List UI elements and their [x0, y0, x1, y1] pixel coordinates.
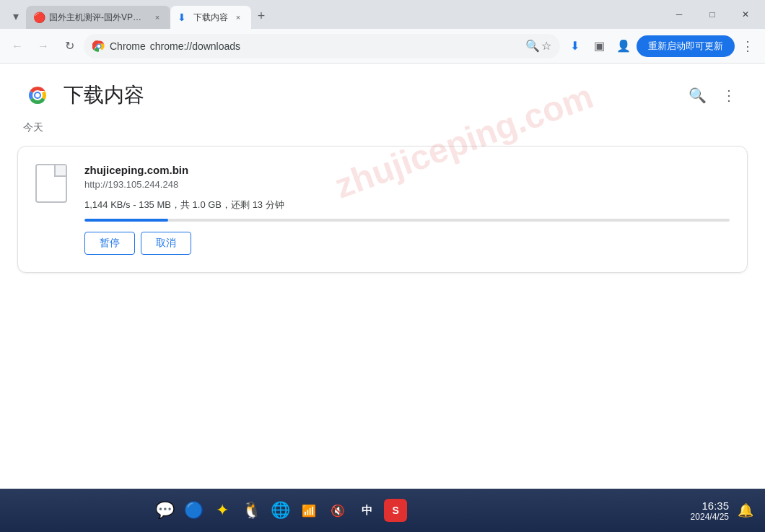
search-button[interactable]: 🔍 — [684, 82, 710, 108]
taskbar-lang[interactable]: 中 — [355, 499, 378, 522]
address-content: Chrome chrome://downloads — [92, 40, 520, 53]
download-icon[interactable]: ⬇ — [563, 35, 586, 58]
pause-button[interactable]: 暂停 — [84, 232, 135, 255]
address-bar[interactable]: Chrome chrome://downloads 🔍 ☆ — [84, 34, 560, 58]
more-menu-button[interactable]: ⋮ — [736, 35, 759, 58]
taskbar: 💬 🔵 ✦ 🐧 🌐 📶 🔇 中 S 16:35 2024/4/25 🔔 — [0, 489, 765, 532]
taskbar-wechat[interactable]: 💬 — [153, 499, 176, 522]
tab2-close[interactable]: × — [232, 12, 244, 23]
back-button[interactable]: ← — [6, 35, 29, 58]
toolbar: ← → ↻ Chrome chrome://downloads 🔍 ☆ ⬇ ▣ — [0, 29, 765, 64]
downloads-header: 下载内容 🔍 ⋮ — [0, 64, 765, 115]
taskbar-date-display: 2024/4/25 — [691, 512, 729, 522]
download-url: http://193.105.244.248 — [84, 179, 730, 190]
toolbar-right: ⬇ ▣ 👤 重新启动即可更新 ⋮ — [563, 35, 759, 58]
tab-strip-dropdown[interactable]: ▾ — [6, 6, 26, 26]
chrome-logo-small — [92, 40, 105, 53]
page-title: 下载内容 — [64, 82, 144, 109]
taskbar-network[interactable]: 🌐 — [268, 499, 292, 522]
tab2-title: 下载内容 — [193, 12, 228, 24]
download-info: zhujiceping.com.bin http://193.105.244.2… — [84, 164, 730, 255]
chrome-brand-label: Chrome — [110, 40, 146, 52]
tab-2[interactable]: ⬇ 下载内容 × — [170, 6, 251, 29]
tab1-title: 国外主机测评-国外VPS、国外... — [49, 12, 147, 24]
update-button[interactable]: 重新启动即可更新 — [637, 35, 735, 57]
file-icon-shape — [35, 164, 67, 203]
downloads-page: zhujiceping.com 下载内容 🔍 ⋮ 今天 zhujiceping.… — [0, 64, 765, 489]
taskbar-bluetooth[interactable]: 🔵 — [182, 499, 205, 522]
download-card: zhujiceping.com.bin http://193.105.244.2… — [17, 146, 748, 273]
section-label-today: 今天 — [0, 115, 765, 140]
taskbar-right: 16:35 2024/4/25 🔔 — [691, 500, 753, 522]
tab1-favicon: 🔴 — [33, 12, 45, 23]
download-filename: zhujiceping.com.bin — [84, 164, 730, 176]
extensions-icon[interactable]: ▣ — [587, 35, 611, 58]
taskbar-mute[interactable]: 🔇 — [326, 499, 349, 522]
title-bar: ▾ 🔴 国外主机测评-国外VPS、国外... × ⬇ 下载内容 × + ─ □ … — [0, 0, 765, 29]
download-actions: 暂停 取消 — [84, 232, 730, 255]
cancel-button[interactable]: 取消 — [141, 232, 191, 255]
minimize-button[interactable]: ─ — [663, 3, 696, 26]
maximize-button[interactable]: □ — [696, 3, 729, 26]
taskbar-time-display: 16:35 — [691, 500, 729, 512]
taskbar-wifi[interactable]: 📶 — [297, 499, 320, 522]
taskbar-star[interactable]: ✦ — [211, 499, 234, 522]
header-actions: 🔍 ⋮ — [684, 82, 742, 108]
profile-icon[interactable]: 👤 — [612, 35, 635, 58]
chrome-logo-large — [23, 81, 52, 110]
address-icons: 🔍 ☆ — [525, 39, 551, 53]
forward-button[interactable]: → — [32, 35, 55, 58]
taskbar-clock: 16:35 2024/4/25 — [691, 500, 729, 522]
new-tab-button[interactable]: + — [251, 6, 271, 26]
more-options-button[interactable]: ⋮ — [716, 82, 742, 108]
progress-bar-container — [84, 219, 730, 222]
search-icon[interactable]: 🔍 — [525, 39, 540, 53]
taskbar-penguin[interactable]: 🐧 — [240, 499, 263, 522]
taskbar-antivirus[interactable]: S — [384, 499, 407, 522]
address-text: chrome://downloads — [150, 40, 240, 52]
svg-point-6 — [35, 93, 40, 97]
download-status: 1,144 KB/s - 135 MB，共 1.0 GB，还剩 13 分钟 — [84, 199, 730, 212]
tab1-close[interactable]: × — [152, 12, 163, 23]
svg-point-2 — [97, 44, 101, 48]
tab2-favicon: ⬇ — [178, 12, 189, 23]
window-controls: ─ □ ✕ — [663, 3, 765, 29]
close-button[interactable]: ✕ — [729, 3, 762, 26]
notification-button[interactable]: 🔔 — [738, 502, 753, 518]
refresh-button[interactable]: ↻ — [58, 35, 81, 58]
progress-bar-fill — [84, 219, 168, 222]
file-icon — [35, 164, 70, 206]
tab-1[interactable]: 🔴 国外主机测评-国外VPS、国外... × — [26, 6, 170, 29]
taskbar-icons: 💬 🔵 ✦ 🐧 🌐 📶 🔇 中 S — [153, 499, 407, 522]
bookmark-icon[interactable]: ☆ — [541, 39, 551, 53]
